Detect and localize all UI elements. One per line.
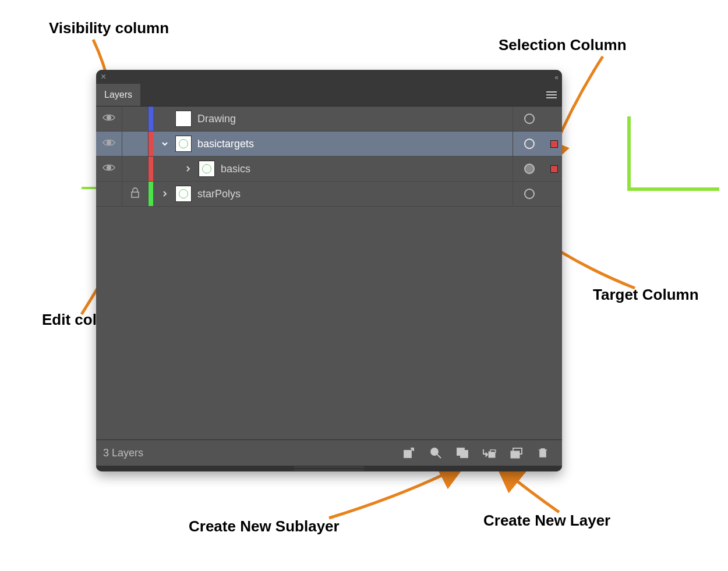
target-indicator[interactable] (513, 182, 546, 206)
tab-layers[interactable]: Layers (96, 84, 140, 106)
disclosure-toggle[interactable] (158, 140, 172, 147)
target-indicator[interactable] (513, 132, 546, 156)
chevron-right-icon (185, 165, 192, 172)
edit-toggle[interactable] (122, 132, 149, 156)
layer-row[interactable]: basics (96, 157, 562, 182)
layer-color-bar (149, 157, 153, 181)
decor-right-line (614, 116, 719, 195)
layer-color-bar (149, 182, 153, 206)
target-ring-icon (524, 114, 535, 124)
close-icon[interactable]: × (101, 72, 106, 82)
target-indicator[interactable] (513, 157, 546, 181)
layer-color-bar (149, 107, 153, 131)
layer-name-label[interactable]: Drawing (195, 113, 513, 125)
trash-icon (537, 447, 549, 459)
svg-point-9 (431, 448, 438, 455)
svg-point-5 (107, 140, 111, 144)
target-ring-icon (524, 164, 535, 174)
selection-swatch-icon (550, 165, 558, 173)
layer-row[interactable]: basictargets (96, 132, 562, 157)
disclosure-toggle[interactable] (158, 190, 172, 197)
annotation-new-sublayer-label: Create New Sublayer (189, 517, 340, 535)
create-new-layer-button[interactable] (504, 444, 528, 462)
edit-toggle[interactable] (122, 107, 149, 131)
panel-tabbar: Layers (96, 84, 562, 107)
edit-toggle[interactable] (122, 157, 149, 181)
new-layer-icon (510, 447, 522, 459)
panel-statusbar: 3 Layers (96, 439, 562, 466)
edit-toggle[interactable] (122, 182, 149, 206)
chevron-right-icon (161, 190, 168, 197)
collapse-icon[interactable]: ‹‹ (554, 73, 557, 81)
target-indicator[interactable] (513, 107, 546, 131)
export-icon (403, 447, 415, 459)
layer-rows-container: DrawingbasictargetsbasicsstarPolys (96, 107, 562, 439)
lock-icon (130, 187, 140, 201)
layer-name-label[interactable]: basictargets (195, 138, 513, 150)
annotation-new-layer-label: Create New Layer (483, 512, 610, 530)
visibility-toggle[interactable] (96, 182, 122, 206)
selection-swatch-icon (550, 140, 558, 148)
layer-color-bar (149, 132, 153, 156)
panel-menu-button[interactable] (541, 84, 562, 106)
tab-layers-label: Layers (104, 90, 132, 100)
eye-icon (103, 113, 115, 125)
layer-row[interactable]: Drawing (96, 107, 562, 132)
eye-icon (103, 138, 115, 150)
svg-rect-15 (511, 451, 520, 458)
panel-titlebar: × ‹‹ (96, 70, 562, 84)
svg-line-10 (437, 455, 441, 458)
selection-indicator[interactable] (546, 132, 562, 156)
chevron-down-icon (161, 140, 168, 147)
svg-rect-12 (461, 451, 468, 457)
layers-panel: × ‹‹ Layers Drawingbasictargetsbasicssta… (96, 70, 562, 471)
svg-point-4 (107, 115, 111, 119)
visibility-toggle[interactable] (96, 132, 122, 156)
visibility-toggle[interactable] (96, 107, 122, 131)
locate-object-button[interactable] (423, 444, 448, 462)
svg-rect-14 (490, 450, 496, 452)
selection-indicator[interactable] (546, 107, 562, 131)
visibility-toggle[interactable] (96, 157, 122, 181)
layer-thumbnail[interactable] (199, 161, 215, 177)
selection-indicator[interactable] (546, 182, 562, 206)
create-new-sublayer-button[interactable] (477, 444, 501, 462)
target-ring-icon (524, 139, 535, 149)
eye-icon (103, 163, 115, 175)
export-button[interactable] (397, 444, 421, 462)
layer-thumbnail[interactable] (175, 111, 192, 127)
annotation-selection-label: Selection Column (499, 36, 627, 54)
menu-icon (546, 91, 557, 99)
svg-point-6 (107, 165, 111, 169)
search-icon (430, 447, 441, 459)
layer-row[interactable]: starPolys (96, 182, 562, 207)
disclosure-toggle[interactable] (181, 165, 195, 172)
annotation-visibility-label: Visibility column (49, 19, 169, 37)
delete-button[interactable] (531, 444, 555, 462)
new-sublayer-icon (482, 447, 496, 459)
layer-thumbnail[interactable] (175, 186, 192, 202)
selection-indicator[interactable] (546, 157, 562, 181)
annotation-target-label: Target Column (593, 286, 699, 304)
layer-thumbnail[interactable] (175, 136, 192, 152)
svg-rect-7 (132, 192, 139, 197)
layer-name-label[interactable]: basics (218, 163, 513, 175)
panel-resize-grabber[interactable] (96, 466, 562, 471)
layer-count-label: 3 Layers (103, 447, 143, 459)
layer-name-label[interactable]: starPolys (195, 188, 513, 200)
make-clipping-mask-button[interactable] (450, 444, 475, 462)
clipping-mask-icon (456, 447, 469, 459)
target-ring-icon (524, 189, 535, 199)
